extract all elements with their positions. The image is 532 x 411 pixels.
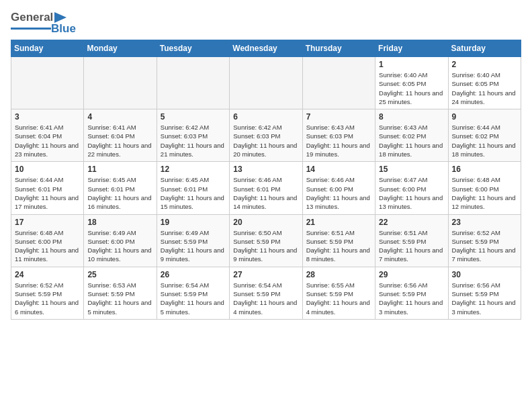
calendar-cell <box>230 57 302 109</box>
day-number: 25 <box>87 270 152 279</box>
day-info: Sunrise: 6:43 AMSunset: 6:03 PMDaylight:… <box>306 123 371 158</box>
calendar-cell: 27Sunrise: 6:54 AMSunset: 5:59 PMDayligh… <box>230 267 302 319</box>
calendar-cell: 15Sunrise: 6:47 AMSunset: 6:00 PMDayligh… <box>375 162 448 214</box>
calendar-cell: 19Sunrise: 6:49 AMSunset: 5:59 PMDayligh… <box>157 214 229 267</box>
day-info: Sunrise: 6:44 AMSunset: 6:01 PMDaylight:… <box>15 175 80 211</box>
calendar-cell: 13Sunrise: 6:46 AMSunset: 6:01 PMDayligh… <box>230 162 302 214</box>
logo-underline <box>11 28 51 30</box>
calendar-cell: 30Sunrise: 6:56 AMSunset: 5:59 PMDayligh… <box>448 267 521 319</box>
svg-marker-0 <box>54 12 66 23</box>
day-number: 17 <box>15 218 80 227</box>
day-info: Sunrise: 6:40 AMSunset: 6:05 PMDaylight:… <box>379 71 444 106</box>
calendar-cell: 26Sunrise: 6:54 AMSunset: 5:59 PMDayligh… <box>157 267 229 319</box>
calendar-cell <box>84 57 157 109</box>
calendar-cell: 22Sunrise: 6:51 AMSunset: 5:59 PMDayligh… <box>375 214 448 267</box>
day-number: 3 <box>15 112 80 122</box>
calendar-header-thursday: Thursday <box>302 40 375 57</box>
day-info: Sunrise: 6:52 AMSunset: 5:59 PMDaylight:… <box>452 228 517 264</box>
day-info: Sunrise: 6:46 AMSunset: 6:01 PMDaylight:… <box>233 175 298 211</box>
day-number: 22 <box>379 218 444 227</box>
calendar-cell: 20Sunrise: 6:50 AMSunset: 5:59 PMDayligh… <box>230 214 302 267</box>
calendar-cell: 18Sunrise: 6:49 AMSunset: 6:00 PMDayligh… <box>84 214 157 267</box>
calendar-header-monday: Monday <box>84 40 157 57</box>
calendar-cell: 7Sunrise: 6:43 AMSunset: 6:03 PMDaylight… <box>302 109 375 162</box>
day-number: 4 <box>87 112 152 122</box>
day-info: Sunrise: 6:56 AMSunset: 5:59 PMDaylight:… <box>452 281 517 316</box>
calendar-cell: 28Sunrise: 6:55 AMSunset: 5:59 PMDayligh… <box>302 267 375 319</box>
day-number: 18 <box>87 218 152 227</box>
day-info: Sunrise: 6:51 AMSunset: 5:59 PMDaylight:… <box>379 228 444 264</box>
day-info: Sunrise: 6:43 AMSunset: 6:02 PMDaylight:… <box>379 123 444 158</box>
day-number: 5 <box>161 112 226 122</box>
calendar-cell: 21Sunrise: 6:51 AMSunset: 5:59 PMDayligh… <box>302 214 375 267</box>
logo-arrow-icon <box>54 12 66 23</box>
calendar-cell: 16Sunrise: 6:48 AMSunset: 6:00 PMDayligh… <box>448 162 521 214</box>
calendar-cell: 12Sunrise: 6:45 AMSunset: 6:01 PMDayligh… <box>157 162 229 214</box>
calendar-week-row: 1Sunrise: 6:40 AMSunset: 6:05 PMDaylight… <box>11 57 521 109</box>
calendar-cell <box>157 57 229 109</box>
day-number: 27 <box>233 270 298 279</box>
calendar-cell: 11Sunrise: 6:45 AMSunset: 6:01 PMDayligh… <box>84 162 157 214</box>
calendar-header-tuesday: Tuesday <box>157 40 229 57</box>
calendar-cell: 2Sunrise: 6:40 AMSunset: 6:05 PMDaylight… <box>448 57 521 109</box>
calendar-cell: 5Sunrise: 6:42 AMSunset: 6:03 PMDaylight… <box>157 109 229 162</box>
logo-blue-text: Blue <box>51 23 76 34</box>
day-number: 6 <box>233 112 298 122</box>
calendar-cell <box>11 57 84 109</box>
calendar-week-row: 24Sunrise: 6:52 AMSunset: 5:59 PMDayligh… <box>11 267 521 319</box>
day-info: Sunrise: 6:53 AMSunset: 5:59 PMDaylight:… <box>87 281 152 316</box>
day-number: 14 <box>306 165 371 174</box>
day-info: Sunrise: 6:54 AMSunset: 5:59 PMDaylight:… <box>233 281 298 316</box>
calendar-cell: 10Sunrise: 6:44 AMSunset: 6:01 PMDayligh… <box>11 162 84 214</box>
calendar-cell <box>302 57 375 109</box>
calendar-week-row: 17Sunrise: 6:48 AMSunset: 6:00 PMDayligh… <box>11 214 521 267</box>
day-info: Sunrise: 6:47 AMSunset: 6:00 PMDaylight:… <box>379 175 444 211</box>
day-number: 10 <box>15 165 80 174</box>
day-number: 13 <box>233 165 298 174</box>
day-info: Sunrise: 6:45 AMSunset: 6:01 PMDaylight:… <box>161 175 226 211</box>
day-number: 23 <box>452 218 517 227</box>
day-number: 24 <box>15 270 80 279</box>
day-info: Sunrise: 6:56 AMSunset: 5:59 PMDaylight:… <box>379 281 444 316</box>
day-number: 11 <box>87 165 152 174</box>
day-number: 15 <box>379 165 444 174</box>
day-info: Sunrise: 6:45 AMSunset: 6:01 PMDaylight:… <box>87 175 152 211</box>
day-info: Sunrise: 6:44 AMSunset: 6:02 PMDaylight:… <box>452 123 517 158</box>
day-number: 20 <box>233 218 298 227</box>
day-info: Sunrise: 6:42 AMSunset: 6:03 PMDaylight:… <box>161 123 226 158</box>
day-info: Sunrise: 6:51 AMSunset: 5:59 PMDaylight:… <box>306 228 371 264</box>
day-number: 30 <box>452 270 517 279</box>
day-info: Sunrise: 6:49 AMSunset: 5:59 PMDaylight:… <box>161 228 226 264</box>
day-info: Sunrise: 6:40 AMSunset: 6:05 PMDaylight:… <box>452 71 517 106</box>
calendar-cell: 25Sunrise: 6:53 AMSunset: 5:59 PMDayligh… <box>84 267 157 319</box>
logo-general-text: General <box>11 11 53 24</box>
day-number: 8 <box>379 112 444 122</box>
day-info: Sunrise: 6:49 AMSunset: 6:00 PMDaylight:… <box>87 228 152 264</box>
calendar-cell: 17Sunrise: 6:48 AMSunset: 6:00 PMDayligh… <box>11 214 84 267</box>
day-number: 26 <box>161 270 226 279</box>
day-info: Sunrise: 6:55 AMSunset: 5:59 PMDaylight:… <box>306 281 371 316</box>
calendar-header-sunday: Sunday <box>11 40 84 57</box>
calendar-cell: 29Sunrise: 6:56 AMSunset: 5:59 PMDayligh… <box>375 267 448 319</box>
day-number: 28 <box>306 270 371 279</box>
calendar-cell: 1Sunrise: 6:40 AMSunset: 6:05 PMDaylight… <box>375 57 448 109</box>
day-number: 9 <box>452 112 517 122</box>
day-number: 1 <box>379 60 444 69</box>
day-number: 16 <box>452 165 517 174</box>
day-info: Sunrise: 6:48 AMSunset: 6:00 PMDaylight:… <box>15 228 80 264</box>
calendar-cell: 6Sunrise: 6:42 AMSunset: 6:03 PMDaylight… <box>230 109 302 162</box>
calendar-table: SundayMondayTuesdayWednesdayThursdayFrid… <box>11 40 521 320</box>
day-info: Sunrise: 6:42 AMSunset: 6:03 PMDaylight:… <box>233 123 298 158</box>
calendar-header-saturday: Saturday <box>448 40 521 57</box>
day-info: Sunrise: 6:46 AMSunset: 6:00 PMDaylight:… <box>306 175 371 211</box>
day-number: 29 <box>379 270 444 279</box>
day-info: Sunrise: 6:52 AMSunset: 5:59 PMDaylight:… <box>15 281 80 316</box>
calendar-header-row: SundayMondayTuesdayWednesdayThursdayFrid… <box>11 40 521 57</box>
day-info: Sunrise: 6:54 AMSunset: 5:59 PMDaylight:… <box>161 281 226 316</box>
day-info: Sunrise: 6:48 AMSunset: 6:00 PMDaylight:… <box>452 175 517 211</box>
calendar-header-friday: Friday <box>375 40 448 57</box>
calendar-cell: 4Sunrise: 6:41 AMSunset: 6:04 PMDaylight… <box>84 109 157 162</box>
day-number: 2 <box>452 60 517 69</box>
logo: General Blue <box>11 11 76 34</box>
day-number: 12 <box>161 165 226 174</box>
